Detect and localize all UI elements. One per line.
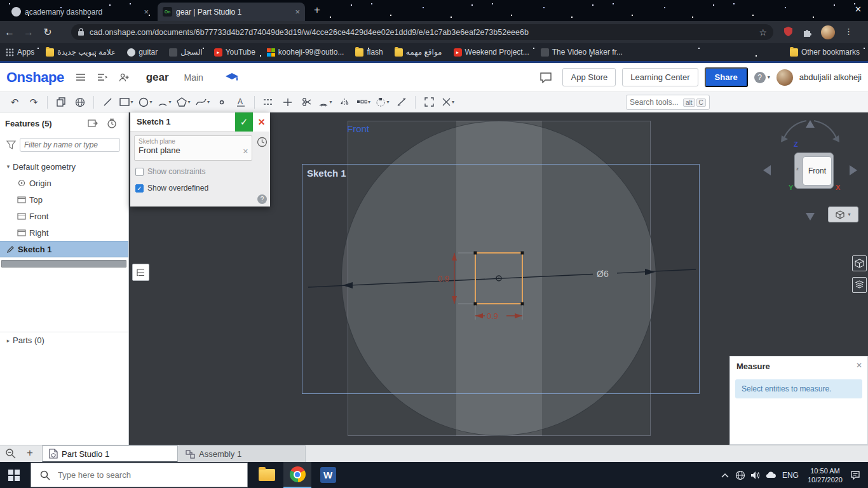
view-cube[interactable]: z Front (794, 152, 834, 189)
taskbar-word[interactable]: W (314, 462, 342, 488)
bookmark-video-maker[interactable]: The Video Maker fr... (541, 48, 623, 57)
history-icon[interactable] (107, 118, 117, 128)
chevron-down-icon[interactable]: ▾ (149, 99, 152, 105)
chevron-down-icon[interactable]: ▾ (207, 99, 210, 105)
taskbar-search-input[interactable] (58, 470, 210, 480)
appearance-panel-button[interactable] (852, 277, 867, 293)
bookmark-outlook[interactable]: kooheji-99@outlo... (267, 48, 344, 57)
feature-item-sketch-1[interactable]: Sketch 1 (0, 241, 128, 257)
new-tab-icon[interactable]: + (314, 4, 320, 17)
comments-icon[interactable] (539, 72, 552, 83)
copy-icon[interactable] (53, 94, 69, 111)
accept-sketch-button[interactable]: ✓ (235, 112, 253, 132)
action-center-icon[interactable] (848, 470, 863, 480)
sketch-entities-list-button[interactable] (132, 264, 149, 281)
redo-icon[interactable]: ↷ (25, 94, 42, 111)
chevron-down-icon[interactable]: ▾ (187, 99, 190, 105)
feature-item-front-plane[interactable]: Front (0, 208, 128, 224)
panel-dock-icon[interactable] (88, 119, 98, 128)
chevron-down-icon[interactable]: ▾ (386, 99, 389, 105)
line-tool-icon[interactable] (99, 94, 116, 111)
extensions-puzzle-icon[interactable] (803, 27, 812, 39)
square-corner-point[interactable] (474, 302, 477, 306)
filter-funnel-icon[interactable] (6, 140, 16, 149)
bookmark-apps[interactable]: Apps (6, 48, 34, 57)
checkbox-checked[interactable]: ✓ (135, 184, 144, 193)
chevron-down-icon[interactable]: ▾ (168, 99, 171, 105)
point-tool-icon[interactable] (214, 94, 230, 111)
tool-search-box[interactable]: alt C (626, 95, 710, 110)
arc-tool-icon[interactable]: ▾ (156, 94, 173, 111)
bookmark-youtube[interactable]: ▸ YouTube (214, 48, 255, 57)
user-avatar[interactable] (776, 69, 793, 86)
feature-item-top-plane[interactable]: Top (0, 191, 128, 208)
learning-cap-icon[interactable] (225, 72, 239, 82)
fit-view-icon[interactable] (421, 94, 437, 111)
measure-close-icon[interactable]: ✕ (856, 361, 862, 370)
square-corner-point[interactable] (521, 302, 524, 306)
app-store-button[interactable]: App Store (562, 68, 616, 86)
parts-section-header[interactable]: ▸ Parts (0) (0, 332, 128, 348)
feature-filter-input[interactable] (20, 138, 120, 152)
rotate-right-icon[interactable] (850, 165, 857, 175)
spline-tool-icon[interactable]: ▾ (194, 94, 211, 111)
back-icon[interactable]: ← (0, 27, 19, 38)
forward-icon[interactable]: → (19, 27, 38, 38)
chevron-right-icon[interactable]: ▸ (4, 337, 13, 344)
rotate-ccw-arc-icon[interactable] (783, 121, 806, 139)
sphere-icon[interactable] (72, 94, 88, 111)
square-corner-point[interactable] (521, 252, 524, 255)
show-hide-bodies-button[interactable] (852, 255, 867, 271)
bookmark-star-icon[interactable]: ☆ (759, 27, 767, 37)
tab-close-icon[interactable]: × (295, 7, 300, 17)
other-bookmarks[interactable]: Other bookmarks (790, 48, 860, 57)
browser-tab-academany[interactable]: academany dashboard × (6, 3, 154, 21)
versions-icon[interactable] (97, 73, 107, 81)
feature-state-clock-icon[interactable] (257, 137, 268, 149)
sketch-dialog-titlebar[interactable]: Sketch 1 ✓ ✕ (130, 112, 270, 132)
learning-center-button[interactable]: Learning Center (622, 68, 698, 86)
rectangle-tool-icon[interactable]: ▾ (118, 94, 135, 111)
chevron-down-icon[interactable]: ▾ (130, 99, 133, 105)
workspace-name[interactable]: Main (184, 72, 203, 83)
bookmark-flash[interactable]: flash (355, 48, 383, 57)
bookmark-alsijil[interactable]: السجل (169, 48, 203, 57)
network-icon[interactable] (733, 470, 748, 480)
construction-tool-icon[interactable] (260, 94, 276, 111)
tab-close-icon[interactable]: × (144, 7, 149, 17)
adblock-shield-icon[interactable] (783, 26, 793, 39)
bookmark-guitar[interactable]: guitar (127, 48, 158, 57)
circle-tool-icon[interactable]: ▾ (137, 94, 154, 111)
height-dimension-text[interactable]: 0.9 (438, 274, 449, 283)
browser-profile-avatar[interactable] (821, 25, 835, 39)
cancel-sketch-button[interactable]: ✕ (253, 112, 270, 132)
clock[interactable]: 10:50 AM 10/27/2020 (808, 466, 843, 484)
checkbox-unchecked[interactable] (135, 168, 144, 176)
tab-part-studio-1[interactable]: Part Studio 1 (42, 445, 178, 463)
sketch-plane-field[interactable]: Sketch plane Front plane ✕ (134, 135, 252, 161)
width-dimension-text[interactable]: 0.9 (487, 311, 498, 321)
square-corner-point[interactable] (474, 252, 477, 255)
diameter-dimension-text[interactable]: Ø6 (597, 269, 609, 279)
text-tool-icon[interactable]: A (233, 94, 249, 111)
taskbar-file-explorer[interactable] (253, 462, 281, 488)
chevron-down-icon[interactable]: ▾ (368, 99, 370, 105)
diameter-line[interactable] (617, 269, 696, 273)
chevron-down-icon[interactable]: ▾ (329, 99, 332, 105)
rollback-bar[interactable] (1, 260, 126, 268)
rotate-left-icon[interactable] (763, 165, 771, 175)
dimension-tool-icon[interactable] (393, 94, 410, 111)
taskbar-chrome[interactable] (283, 462, 311, 488)
dialog-help-icon[interactable]: ? (257, 194, 267, 204)
browser-menu-icon[interactable]: ⋮ (844, 27, 853, 36)
tool-search-input[interactable] (630, 98, 683, 107)
split-tool-icon[interactable] (298, 94, 315, 111)
feature-group-default-geometry[interactable]: ▾ Default geometry (0, 158, 128, 175)
url-bar[interactable]: cad.onshape.com/documents/6b77733d4b27d7… (71, 24, 773, 40)
window-close-icon[interactable]: ✕ (855, 4, 862, 14)
feature-item-right-plane[interactable]: Right (0, 224, 128, 241)
clear-plane-icon[interactable]: ✕ (243, 147, 248, 156)
offset-tool-icon[interactable]: ▾ (317, 94, 334, 111)
linear-pattern-tool-icon[interactable]: ▾ (355, 94, 372, 111)
circular-pattern-tool-icon[interactable]: ▾ (374, 94, 391, 111)
